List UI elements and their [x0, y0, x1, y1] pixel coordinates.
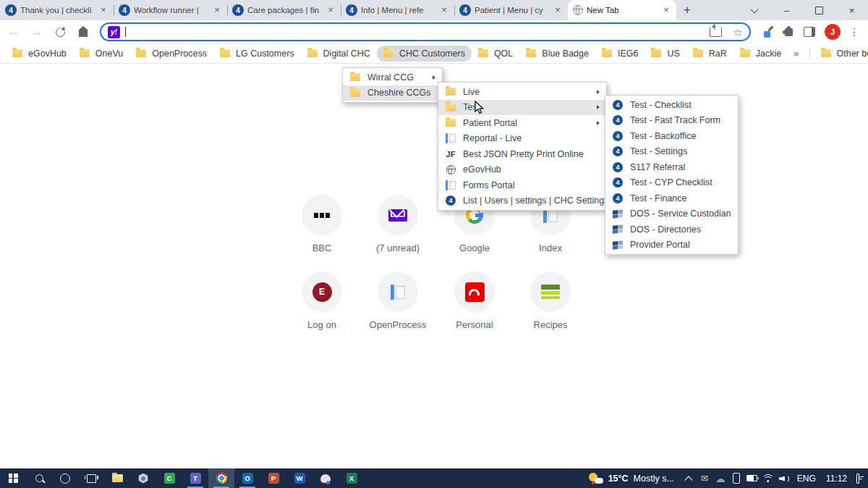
bookmark-folder-egovhub[interactable]: eGovHub: [6, 46, 73, 62]
menu-item-forms-portal[interactable]: Forms Portal: [438, 177, 606, 193]
mind-map-button[interactable]: [312, 468, 339, 488]
outlook-button[interactable]: O: [234, 468, 260, 488]
bookmark-folder-jackie[interactable]: Jackie: [733, 46, 788, 62]
excel-button[interactable]: X: [339, 468, 365, 488]
bookmark-folder-blue-badge[interactable]: Blue Badge: [519, 46, 595, 62]
menu-item-provider-portal[interactable]: Provider Portal: [605, 237, 738, 253]
menu-item-test-checklist[interactable]: 4 Test - Checklist: [605, 97, 738, 113]
address-bar[interactable]: y! ☆: [100, 22, 751, 41]
close-window-button[interactable]: ×: [835, 0, 868, 20]
bookmark-folder-digital-chc[interactable]: Digital CHC: [301, 46, 377, 62]
taskbar-search-button[interactable]: [26, 468, 52, 488]
volume-button[interactable]: [776, 468, 792, 488]
tab-close-icon[interactable]: ×: [661, 5, 671, 15]
language-indicator[interactable]: ENG: [792, 474, 821, 484]
jf-favicon: JF: [445, 150, 456, 159]
network-button[interactable]: [760, 468, 776, 488]
bookmark-folder-rar[interactable]: RaR: [686, 46, 733, 62]
bookmark-folder-lg-customers[interactable]: LG Customers: [213, 46, 301, 62]
shortcut-recipes[interactable]: Recipes: [512, 272, 589, 330]
phone-link-button[interactable]: [728, 468, 744, 488]
bookmark-folder-ieg6[interactable]: IEG6: [595, 46, 645, 62]
camtasia-button[interactable]: C: [156, 468, 182, 488]
menu-item-test-fast-track-form[interactable]: 4 Test - Fast Track Form: [605, 113, 738, 129]
menu-item-test-cyp-checklist[interactable]: 4 Test - CYP Checklist: [605, 175, 738, 191]
tab-close-icon[interactable]: ×: [326, 5, 336, 15]
menu-item-dos-service-custodian[interactable]: DOS - Service Custodian: [605, 206, 738, 222]
start-button[interactable]: [0, 468, 26, 488]
word-button[interactable]: W: [286, 468, 312, 488]
teams-button[interactable]: T: [182, 468, 208, 488]
bookmark-folder-onevu[interactable]: OneVu: [73, 46, 129, 62]
menu-item-best-json[interactable]: JF Best JSON Pretty Print Online: [438, 146, 606, 162]
tab-search-button[interactable]: [738, 0, 770, 20]
tab-thank-you[interactable]: 4 Thank you | checkli ×: [0, 0, 114, 20]
document-icon: [389, 285, 407, 300]
tab-new-tab[interactable]: New Tab ×: [568, 0, 676, 20]
menu-item-label: Test - Fast Track Form: [630, 115, 731, 125]
menu-item-cheshire-ccgs[interactable]: Cheshire CCGs: [343, 85, 442, 101]
share-icon[interactable]: [710, 27, 722, 37]
bookmark-star-icon[interactable]: ☆: [733, 27, 743, 38]
tab-close-icon[interactable]: ×: [98, 5, 109, 15]
menu-item-reportal-live[interactable]: Reportal - Live: [438, 131, 606, 147]
battery-button[interactable]: [744, 468, 760, 488]
bookmark-folder-us[interactable]: US: [644, 46, 686, 62]
shortcut-openprocess[interactable]: OpenProcess: [359, 272, 436, 330]
menu-item-dos-directories[interactable]: DOS - Directories: [605, 222, 738, 237]
back-button[interactable]: ←: [4, 22, 23, 41]
forward-button[interactable]: →: [27, 22, 46, 41]
minimize-button[interactable]: –: [770, 0, 803, 20]
menu-item-wirral-ccg[interactable]: Wirral CCG: [343, 70, 442, 85]
bookmark-folder-qol[interactable]: QOL: [472, 46, 519, 62]
bookmark-folder-chc-customers[interactable]: CHC Customers: [377, 46, 472, 62]
extensions-puzzle-icon[interactable]: [785, 28, 793, 36]
shortcut-bbc[interactable]: BBC: [284, 195, 360, 253]
task-view-button[interactable]: [78, 468, 104, 488]
other-bookmarks-folder[interactable]: Other bookmarks: [814, 46, 868, 62]
tab-patient-menu[interactable]: 4 Patient | Menu | cy ×: [454, 0, 568, 20]
shortcut-circle: [302, 195, 342, 235]
tab-workflow-runner[interactable]: 4 Workflow runner | ×: [114, 0, 227, 20]
profile-avatar[interactable]: J: [825, 24, 841, 40]
tab-close-icon[interactable]: ×: [212, 5, 222, 15]
color-picker-extension-icon[interactable]: [764, 27, 775, 38]
shortcut-mail-unread[interactable]: (7 unread): [359, 195, 436, 253]
onedrive-button[interactable]: ☁: [712, 468, 728, 488]
file-explorer-button[interactable]: [104, 468, 130, 488]
cortana-button[interactable]: [52, 468, 78, 488]
tray-mail-button[interactable]: ✉: [697, 468, 712, 488]
tray-expand-button[interactable]: [681, 468, 697, 488]
bookmark-folder-openprocess[interactable]: OpenProcess: [129, 46, 213, 62]
menu-item-egovhub[interactable]: eGovHub: [438, 162, 606, 178]
side-panel-icon[interactable]: [804, 27, 815, 37]
new-tab-button[interactable]: +: [676, 1, 698, 20]
menu-item-patient-portal[interactable]: Patient Portal: [438, 115, 606, 131]
menu-item-live[interactable]: Live: [438, 84, 606, 100]
menu-item-label: Patient Portal: [463, 118, 590, 128]
clock[interactable]: 11:12: [821, 474, 852, 484]
tab-close-icon[interactable]: ×: [553, 5, 563, 15]
maximize-button[interactable]: [803, 0, 835, 20]
snagit-button[interactable]: [130, 468, 156, 488]
bookmarks-overflow-icon[interactable]: »: [788, 48, 804, 59]
shortcut-log-on[interactable]: E Log on: [284, 272, 360, 330]
chrome-button[interactable]: [208, 468, 234, 488]
tab-close-icon[interactable]: ×: [439, 5, 449, 15]
home-button[interactable]: [74, 22, 93, 41]
menu-item-test[interactable]: Test: [438, 100, 606, 116]
menu-item-test-finance[interactable]: 4 Test - Finance: [605, 190, 738, 206]
menu-dots-icon[interactable]: ⋮: [849, 26, 859, 38]
tab-info-menu[interactable]: 4 Info | Menu | refe ×: [341, 0, 454, 20]
shortcut-personal[interactable]: Personal: [436, 272, 513, 330]
menu-item-test-settings[interactable]: 4 Test - Settings: [605, 144, 738, 160]
menu-item-list-users-settings[interactable]: 4 List | Users | settings | CHC Settings: [438, 193, 606, 209]
tab-care-packages[interactable]: 4 Care packages | fin ×: [227, 0, 341, 20]
powerpoint-button[interactable]: P: [260, 468, 286, 488]
menu-item-s117-referral[interactable]: 4 S117 Referral: [605, 159, 738, 175]
outlook-icon: O: [242, 473, 253, 484]
action-center-button[interactable]: [852, 468, 868, 488]
reload-button[interactable]: [51, 22, 69, 41]
weather-widget[interactable]: 15°C Mostly s...: [582, 468, 681, 488]
menu-item-test-backoffice[interactable]: 4 Test - Backoffice: [605, 128, 738, 144]
